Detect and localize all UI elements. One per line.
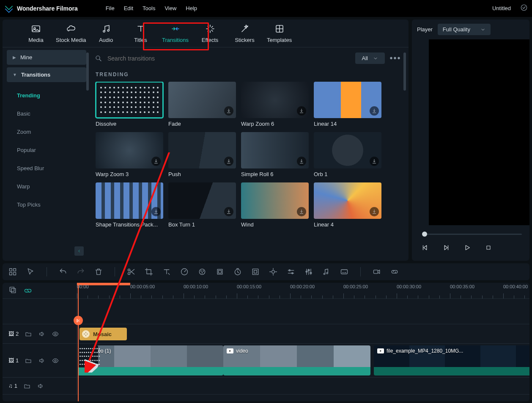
search-input[interactable]	[107, 55, 351, 62]
sidebar-item-popular[interactable]: Popular	[11, 141, 86, 159]
speaker-icon[interactable]	[38, 357, 46, 364]
record-button[interactable]	[372, 267, 382, 277]
timeline[interactable]: 00:0000:00:05:0000:00:10:0000:00:15:0000…	[3, 283, 529, 401]
folder-icon[interactable]	[25, 330, 32, 338]
menu-tools[interactable]: Tools	[143, 5, 155, 11]
link-button[interactable]	[389, 267, 400, 277]
track-video-1[interactable]: 🖼1 Video (1) vid	[3, 344, 529, 378]
crop-button[interactable]	[144, 267, 154, 277]
timeline-magnet-button[interactable]	[24, 286, 32, 295]
sidebar-collapse-button[interactable]	[74, 246, 84, 256]
gallery-scrollbar[interactable]	[403, 52, 406, 91]
transition-card[interactable]: Linear 4	[314, 182, 381, 228]
transition-thumbnail[interactable]	[314, 82, 381, 118]
transition-card[interactable]: Push	[168, 132, 236, 177]
tab-stickers[interactable]: Stickers	[230, 23, 260, 43]
folder-icon[interactable]	[23, 382, 31, 390]
filter-dropdown[interactable]: All	[355, 52, 385, 64]
download-icon[interactable]	[297, 207, 306, 216]
split-button[interactable]	[126, 267, 136, 277]
timeline-add-track-button[interactable]	[8, 286, 17, 295]
playhead-handle[interactable]	[74, 316, 83, 325]
sidebar-item-zoom[interactable]: Zoom	[11, 123, 86, 141]
transition-card[interactable]: Shape Transitions Pack...	[96, 182, 163, 228]
sidebar-item-trending[interactable]: Trending	[11, 86, 86, 105]
menu-file[interactable]: File	[106, 5, 115, 11]
undo-button[interactable]	[58, 267, 68, 277]
sidebar-transitions-group[interactable]: ▼ Transitions	[7, 67, 86, 82]
eye-icon[interactable]	[52, 357, 59, 364]
transition-card[interactable]: Wind	[241, 182, 309, 228]
clip-mosaic[interactable]: Mosaic	[80, 328, 127, 340]
tracking-button[interactable]	[268, 267, 278, 277]
download-icon[interactable]	[297, 106, 306, 116]
transition-card[interactable]: Warp Zoom 6	[241, 82, 309, 127]
search-box[interactable]	[95, 55, 351, 62]
sidebar-item-speed-blur[interactable]: Speed Blur	[11, 159, 86, 177]
transition-thumbnail[interactable]	[241, 132, 309, 168]
tab-titles[interactable]: Titles	[126, 23, 156, 43]
prev-frame-button[interactable]	[420, 243, 430, 252]
text-button[interactable]	[162, 267, 172, 277]
download-icon[interactable]	[370, 157, 379, 166]
speaker-icon[interactable]	[38, 330, 46, 338]
download-icon[interactable]	[297, 157, 306, 166]
tab-audio[interactable]: Audio	[91, 23, 121, 43]
stop-button[interactable]	[484, 243, 493, 252]
tab-transitions[interactable]: Transitions	[161, 23, 190, 43]
transition-thumbnail[interactable]	[241, 82, 309, 118]
apps-icon[interactable]	[8, 267, 18, 277]
timer-button[interactable]	[233, 267, 243, 277]
transition-thumbnail[interactable]	[96, 132, 163, 168]
video-lane[interactable]: Video (1) video file_example_MP4_1280_10…	[77, 344, 529, 377]
speaker-icon[interactable]	[37, 382, 44, 390]
mask-button[interactable]	[215, 267, 225, 277]
redo-button[interactable]	[76, 267, 86, 277]
keyframe-button[interactable]	[250, 267, 261, 277]
transition-thumbnail[interactable]	[96, 182, 163, 219]
download-icon[interactable]	[224, 207, 233, 216]
play-button[interactable]	[463, 243, 472, 252]
transition-card[interactable]: Fade	[168, 82, 236, 127]
folder-icon[interactable]	[25, 357, 32, 364]
menu-help[interactable]: Help	[186, 5, 197, 11]
scrubber-handle[interactable]	[422, 232, 427, 237]
audio-stretch-button[interactable]	[321, 267, 332, 277]
tab-effects[interactable]: Effects	[195, 23, 225, 43]
tab-stock-media[interactable]: Stock Media	[56, 23, 86, 43]
transition-card[interactable]: Dissolve	[96, 82, 163, 127]
sidebar-item-basic[interactable]: Basic	[11, 105, 86, 123]
menu-view[interactable]: View	[165, 5, 176, 11]
tab-media[interactable]: Media	[21, 23, 51, 43]
sidebar-scrollbar[interactable]	[86, 52, 89, 91]
eye-icon[interactable]	[52, 330, 59, 338]
player-scrubber[interactable]	[417, 229, 524, 239]
download-icon[interactable]	[151, 207, 161, 216]
playhead[interactable]	[78, 283, 79, 401]
clip-video-2[interactable]: video	[223, 345, 370, 375]
sidebar-item-top-picks[interactable]: Top Picks	[11, 196, 86, 214]
sidebar-item-warp[interactable]: Warp	[11, 177, 86, 196]
delete-button[interactable]	[93, 267, 104, 277]
transition-card[interactable]: Box Turn 1	[168, 182, 236, 228]
menu-edit[interactable]: Edit	[124, 5, 133, 11]
transition-card[interactable]: Simple Roll 6	[241, 132, 309, 177]
preview-viewport[interactable]	[429, 39, 529, 225]
transition-thumbnail[interactable]	[241, 182, 309, 219]
transition-thumbnail[interactable]	[314, 182, 381, 219]
subtitle-button[interactable]	[339, 267, 349, 277]
transition-thumbnail[interactable]	[168, 82, 236, 118]
cursor-icon[interactable]	[25, 267, 36, 277]
transition-thumbnail[interactable]	[168, 132, 236, 168]
track-picture-2[interactable]: 🖼2 Mosaic	[3, 324, 529, 344]
download-icon[interactable]	[370, 207, 379, 216]
tab-templates[interactable]: Templates	[265, 23, 294, 43]
sidebar-mine[interactable]: ▶ Mine	[7, 50, 86, 65]
clip-video-3[interactable]: file_example_MP4_1280_10MG...	[374, 345, 529, 375]
transition-card[interactable]: Warp Zoom 3	[96, 132, 163, 177]
track-audio-1[interactable]: ♫1	[3, 378, 529, 395]
time-ruler[interactable]: 00:0000:00:05:0000:00:10:0000:00:15:0000…	[77, 283, 529, 298]
download-icon[interactable]	[370, 106, 379, 116]
adjust-button[interactable]	[286, 267, 296, 277]
transition-card[interactable]: Orb 1	[314, 132, 381, 177]
